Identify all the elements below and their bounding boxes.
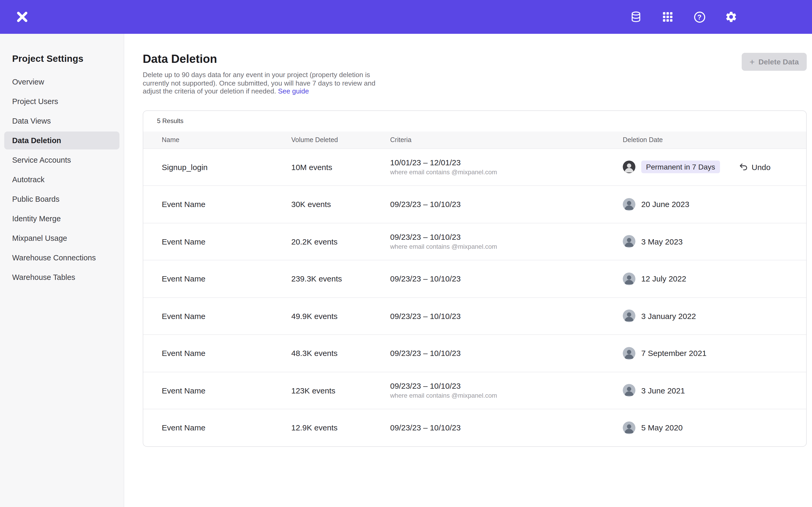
row-criteria: 09/23/23 – 10/10/23 <box>390 423 623 432</box>
row-deletion-date: 3 May 2023 <box>623 235 806 248</box>
help-icon[interactable]: ? <box>693 10 706 24</box>
user-avatar <box>623 273 636 285</box>
mixpanel-logo-mark <box>15 10 29 24</box>
row-deletion-date: 3 January 2022 <box>623 310 806 323</box>
apps-grid-icon[interactable] <box>661 10 674 24</box>
row-volume: 48.3K events <box>291 349 390 358</box>
table-row: Event Name 20.2K events 09/23/23 – 10/10… <box>143 223 806 260</box>
table-header: Name Volume Deleted Criteria Deletion Da… <box>143 131 806 148</box>
row-name: Event Name <box>162 274 291 283</box>
row-volume: 123K events <box>291 386 390 395</box>
row-criteria: 09/23/23 – 10/10/23 <box>390 200 623 209</box>
app-root: ? Project Settings Overview Project User… <box>0 0 812 507</box>
sidebar-item-project-users[interactable]: Project Users <box>4 93 119 110</box>
topbar-icons: ? <box>629 10 738 24</box>
sidebar-item-service-accounts[interactable]: Service Accounts <box>4 151 119 169</box>
sidebar-item-public-boards[interactable]: Public Boards <box>4 190 119 208</box>
page-description: Delete up to 90 days data for any event … <box>143 71 382 95</box>
sidebar-item-data-views[interactable]: Data Views <box>4 112 119 130</box>
main-content: Data Deletion Delete up to 90 days data … <box>124 34 812 507</box>
delete-data-button[interactable]: + Delete Data <box>742 53 807 71</box>
sidebar-item-label: Mixpanel Usage <box>12 234 67 242</box>
mixpanel-logo[interactable] <box>14 9 30 25</box>
table-row: Event Name 49.9K events 09/23/23 – 10/10… <box>143 297 806 334</box>
sidebar-item-label: Service Accounts <box>12 156 71 164</box>
undo-icon <box>738 162 748 172</box>
column-header-name: Name <box>162 136 291 144</box>
row-name: Event Name <box>162 312 291 321</box>
row-criteria: 10/01/23 – 12/01/23 where email contains… <box>390 158 623 176</box>
sidebar-item-label: Data Deletion <box>12 136 61 145</box>
row-criteria-range: 09/23/23 – 10/10/23 <box>390 274 623 283</box>
sidebar-item-overview[interactable]: Overview <box>4 73 119 91</box>
sidebar-title: Project Settings <box>12 53 124 64</box>
row-deletion-date: 5 May 2020 <box>623 421 806 434</box>
undo-button[interactable]: Undo <box>738 162 770 172</box>
sidebar-item-autotrack[interactable]: Autotrack <box>4 171 119 188</box>
table-body: Signup_login 10M events 10/01/23 – 12/01… <box>143 148 806 446</box>
sidebar-item-label: Identity Merge <box>12 214 61 223</box>
user-avatar <box>623 421 636 434</box>
table-row: Event Name 30K events 09/23/23 – 10/10/2… <box>143 185 806 223</box>
row-criteria: 09/23/23 – 10/10/23 where email contains… <box>390 382 623 399</box>
row-criteria: 09/23/23 – 10/10/23 where email contains… <box>390 233 623 250</box>
row-name: Event Name <box>162 423 291 432</box>
row-criteria: 09/23/23 – 10/10/23 <box>390 312 623 321</box>
user-avatar <box>623 347 636 360</box>
column-header-criteria: Criteria <box>390 136 623 144</box>
row-volume: 49.9K events <box>291 312 390 321</box>
undo-label: Undo <box>752 163 770 172</box>
user-avatar <box>623 161 636 173</box>
row-criteria-filter: where email contains @mixpanel.com <box>390 169 623 176</box>
row-criteria-range: 09/23/23 – 10/10/23 <box>390 423 623 432</box>
deletion-date-text: 3 June 2021 <box>641 386 685 395</box>
row-deletion-date: Permanent in 7 Days Undo <box>623 161 806 173</box>
see-guide-link[interactable]: See guide <box>278 87 309 95</box>
user-avatar <box>623 310 636 323</box>
sidebar-item-mixpanel-usage[interactable]: Mixpanel Usage <box>4 229 119 247</box>
sidebar-item-identity-merge[interactable]: Identity Merge <box>4 210 119 228</box>
row-criteria-range: 10/01/23 – 12/01/23 <box>390 158 623 167</box>
row-deletion-date: 7 September 2021 <box>623 347 806 360</box>
row-deletion-date: 3 June 2021 <box>623 384 806 397</box>
row-name: Event Name <box>162 386 291 395</box>
sidebar-nav: Overview Project Users Data Views Data D… <box>0 73 124 286</box>
topbar: ? <box>0 0 812 34</box>
deletion-date-text: 3 January 2022 <box>641 312 696 321</box>
sidebar-item-label: Public Boards <box>12 195 59 203</box>
row-volume: 20.2K events <box>291 237 390 246</box>
results-count: 5 Results <box>143 111 806 131</box>
plus-icon: + <box>750 57 755 66</box>
deletion-date-text: 20 June 2023 <box>641 200 689 209</box>
deletion-date-text: 7 September 2021 <box>641 349 707 358</box>
user-avatar <box>623 198 636 211</box>
row-criteria-filter: where email contains @mixpanel.com <box>390 243 623 250</box>
column-header-volume: Volume Deleted <box>291 136 390 144</box>
row-volume: 239.3K events <box>291 274 390 283</box>
settings-gear-icon[interactable] <box>724 10 738 24</box>
row-criteria-filter: where email contains @mixpanel.com <box>390 392 623 399</box>
sidebar-item-label: Warehouse Connections <box>12 253 96 262</box>
row-name: Event Name <box>162 349 291 358</box>
user-avatar <box>623 235 636 248</box>
page-title: Data Deletion <box>143 52 807 66</box>
sidebar-item-warehouse-tables[interactable]: Warehouse Tables <box>4 268 119 286</box>
deletion-table-card: 5 Results Name Volume Deleted Criteria D… <box>143 110 807 447</box>
sidebar-item-warehouse-connections[interactable]: Warehouse Connections <box>4 249 119 267</box>
column-header-deletion-date: Deletion Date <box>623 136 806 144</box>
row-criteria-range: 09/23/23 – 10/10/23 <box>390 233 623 242</box>
row-deletion-date: 20 June 2023 <box>623 198 806 211</box>
sidebar-item-label: Project Users <box>12 97 58 106</box>
help-glyph: ? <box>694 11 705 22</box>
page-description-text: Delete up to 90 days data for any event … <box>143 71 375 95</box>
table-row: Event Name 12.9K events 09/23/23 – 10/10… <box>143 409 806 446</box>
data-management-icon[interactable] <box>629 10 643 24</box>
row-criteria: 09/23/23 – 10/10/23 <box>390 274 623 283</box>
delete-data-label: Delete Data <box>758 58 799 66</box>
table-row: Signup_login 10M events 10/01/23 – 12/01… <box>143 148 806 185</box>
sidebar-item-label: Data Views <box>12 117 51 125</box>
row-criteria-range: 09/23/23 – 10/10/23 <box>390 382 623 391</box>
sidebar-item-data-deletion[interactable]: Data Deletion <box>4 131 119 150</box>
deletion-date-text: 5 May 2020 <box>641 423 683 432</box>
sidebar-item-label: Autotrack <box>12 175 45 184</box>
